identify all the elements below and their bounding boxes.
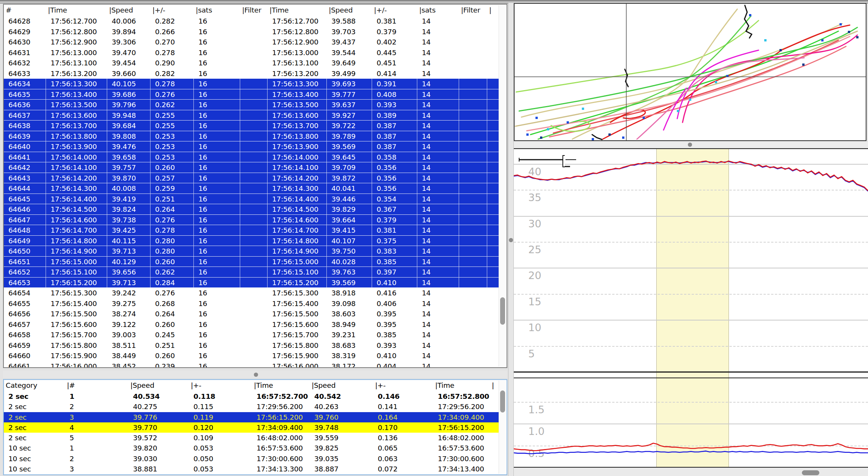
table-cell: 0.260 xyxy=(150,319,194,330)
column-header[interactable]: |+- xyxy=(189,380,252,391)
table-cell: 17:56:14.500 xyxy=(46,204,107,214)
table-row[interactable]: 6465317:56:15.20039.7130.2841617:56:15.2… xyxy=(4,278,507,288)
result-row[interactable]: 2 sec339.7760.11917:56:15.20039.7600.164… xyxy=(4,412,507,422)
table-row[interactable]: 6465217:56:15.10039.6560.2621617:56:15.1… xyxy=(4,267,507,278)
table-cell: 17:56:15.300 xyxy=(268,288,327,298)
trackpoint-table-scrollbar[interactable] xyxy=(499,5,507,367)
table-cell: 4 xyxy=(65,422,128,433)
table-row[interactable]: 6465117:56:15.00040.1290.2601617:56:15.0… xyxy=(4,257,507,267)
table-row[interactable]: 6463217:56:13.10039.4540.2901617:56:13.1… xyxy=(4,58,507,68)
table-cell: 14 xyxy=(417,48,459,58)
table-row[interactable]: 6463517:56:13.40039.6860.2761617:56:13.4… xyxy=(4,89,507,100)
map-chart-splitter[interactable] xyxy=(514,142,868,148)
table-row[interactable]: 6463717:56:13.60039.9480.2551617:56:13.6… xyxy=(4,110,507,121)
table-row[interactable]: 6464917:56:14.80040.1150.2801617:56:14.8… xyxy=(4,236,507,246)
table-row[interactable]: 6463317:56:13.20039.6600.2821617:56:13.2… xyxy=(4,68,507,79)
table-cell: 64653 xyxy=(4,278,46,288)
table-cell xyxy=(459,340,487,351)
speed-chart-panel[interactable]: 4035302520151051.51.00.5 xyxy=(514,148,868,476)
scrollbar-thumb[interactable] xyxy=(802,470,819,475)
table-row[interactable]: 6463117:56:13.00039.4700.2781617:56:13.0… xyxy=(4,48,507,58)
column-header[interactable]: |+/- xyxy=(372,5,417,16)
scrollbar-thumb[interactable] xyxy=(500,390,505,413)
table-cell: 0.268 xyxy=(150,298,194,309)
table-row[interactable]: 6465917:56:15.80038.5110.2511617:56:15.8… xyxy=(4,340,507,351)
column-header[interactable]: |Filter xyxy=(459,5,487,16)
table-cell: 17:56:14.400 xyxy=(46,194,107,204)
table-cell: 17:56:14.100 xyxy=(268,162,327,173)
table-row[interactable]: 6464817:56:14.70039.4250.2781617:56:14.7… xyxy=(4,225,507,236)
table-cell xyxy=(459,204,487,214)
column-header[interactable]: Category xyxy=(4,380,65,391)
table-cell xyxy=(240,236,268,246)
table-cell: 17:56:14.900 xyxy=(46,246,107,256)
column-header[interactable]: |# xyxy=(65,380,128,391)
column-header[interactable]: |Time xyxy=(433,380,490,391)
table-cell: 40.006 xyxy=(107,16,150,26)
column-header[interactable]: |+- xyxy=(373,380,433,391)
table-row[interactable]: 6464017:56:13.90039.4760.2531617:56:13.9… xyxy=(4,141,507,152)
result-row[interactable]: 2 sec140.5340.11816:57:52.70040.5420.146… xyxy=(4,391,507,401)
column-header[interactable]: |Speed xyxy=(327,5,372,16)
table-row[interactable]: 6464717:56:14.60039.7380.2761617:56:14.6… xyxy=(4,215,507,225)
table-cell: 16 xyxy=(194,330,240,340)
column-header[interactable]: |+/- xyxy=(150,5,194,16)
result-row[interactable]: 2 sec439.7700.12017:34:09.40039.7480.170… xyxy=(4,422,507,433)
result-row[interactable]: 10 sec239.0300.05017:30:00.60039.0350.06… xyxy=(4,454,507,464)
table-row[interactable]: 6462917:56:12.80039.8940.2661617:56:12.8… xyxy=(4,27,507,37)
table-row[interactable]: 6463817:56:13.70039.6840.2551617:56:13.7… xyxy=(4,121,507,131)
table-row[interactable]: 6465017:56:14.90039.7130.2801617:56:14.9… xyxy=(4,246,507,257)
panel-splitter[interactable] xyxy=(508,3,514,476)
table-cell: 39.770 xyxy=(128,422,189,433)
column-header[interactable]: |sats xyxy=(194,5,240,16)
table-splitter[interactable] xyxy=(3,371,507,378)
table-row[interactable]: 6464217:56:14.10039.7570.2601617:56:14.1… xyxy=(4,162,507,173)
table-row[interactable]: 6464517:56:14.40039.4190.2511617:56:14.4… xyxy=(4,194,507,205)
column-header[interactable]: |Filter xyxy=(240,5,268,16)
column-header[interactable]: # xyxy=(4,5,46,16)
table-cell: 16 xyxy=(194,361,240,368)
table-row[interactable]: 6463917:56:13.80039.8080.2531617:56:13.8… xyxy=(4,131,507,142)
table-row[interactable]: 6463617:56:13.50039.7960.2621617:56:13.5… xyxy=(4,100,507,110)
table-cell: 0.115 xyxy=(189,401,252,412)
table-row[interactable]: 6466017:56:15.90038.4490.2601617:56:15.9… xyxy=(4,351,507,361)
results-table-scrollbar[interactable] xyxy=(499,381,507,474)
table-row[interactable]: 6464117:56:14.00039.6580.2531617:56:14.0… xyxy=(4,152,507,163)
table-cell: 17:56:14.800 xyxy=(46,236,107,246)
track-map-panel[interactable] xyxy=(514,3,866,141)
column-header[interactable]: |Speed xyxy=(310,380,373,391)
table-row[interactable]: 6466117:56:16.00038.4520.2391617:56:16.0… xyxy=(4,361,507,368)
result-row[interactable]: 10 sec338.8810.05317:34:13.30038.8870.07… xyxy=(4,464,507,474)
result-row[interactable]: 2 sec240.2750.11517:29:56.20040.2630.141… xyxy=(4,401,507,412)
table-cell: 0.141 xyxy=(373,401,433,412)
table-row[interactable]: 6464617:56:14.50039.8240.2641617:56:14.5… xyxy=(4,204,507,215)
table-cell: 14 xyxy=(417,288,459,298)
column-header[interactable]: |Time xyxy=(252,380,310,391)
table-row[interactable]: 6465617:56:15.50038.2740.2641617:56:15.5… xyxy=(4,309,507,319)
table-row[interactable]: 6465417:56:15.30039.2420.2761617:56:15.3… xyxy=(4,288,507,298)
zoom-scale-slider[interactable] xyxy=(518,154,579,169)
table-row[interactable]: 6464317:56:14.20039.8700.2571617:56:14.2… xyxy=(4,173,507,184)
chart-scrollbar[interactable] xyxy=(514,468,868,476)
column-header[interactable]: |Speed xyxy=(128,380,189,391)
track-map[interactable] xyxy=(515,4,866,140)
table-row[interactable]: 6464417:56:14.30040.0080.2591617:56:14.3… xyxy=(4,183,507,194)
table-cell: 16 xyxy=(194,225,240,235)
table-cell xyxy=(459,173,487,183)
table-cell: 64629 xyxy=(4,27,46,37)
column-header[interactable]: |Time xyxy=(268,5,327,16)
table-row[interactable]: 6465717:56:15.60039.1220.2601617:56:15.6… xyxy=(4,319,507,330)
table-row[interactable]: 6465517:56:15.40039.2750.2681617:56:15.4… xyxy=(4,298,507,309)
table-row[interactable]: 6463017:56:12.90039.3060.2701617:56:12.9… xyxy=(4,37,507,48)
table-row[interactable]: 6462817:56:12.70040.0060.2821617:56:12.7… xyxy=(4,16,507,27)
scrollbar-thumb[interactable] xyxy=(500,297,505,325)
result-row[interactable]: 10 sec139.8200.05316:57:53.60039.8250.06… xyxy=(4,443,507,453)
result-row[interactable]: 2 sec539.5720.10916:48:02.00039.5590.136… xyxy=(4,433,507,443)
table-row[interactable]: 6465817:56:15.70039.0030.2451617:56:15.7… xyxy=(4,330,507,340)
column-header[interactable]: |Speed xyxy=(107,5,150,16)
table-row[interactable]: 6463417:56:13.30040.1050.2781617:56:13.3… xyxy=(4,79,507,89)
column-header[interactable]: |sats xyxy=(417,5,459,16)
table-cell: 39.003 xyxy=(107,330,150,340)
table-cell: 16 xyxy=(194,48,240,58)
column-header[interactable]: |Time xyxy=(46,5,107,16)
